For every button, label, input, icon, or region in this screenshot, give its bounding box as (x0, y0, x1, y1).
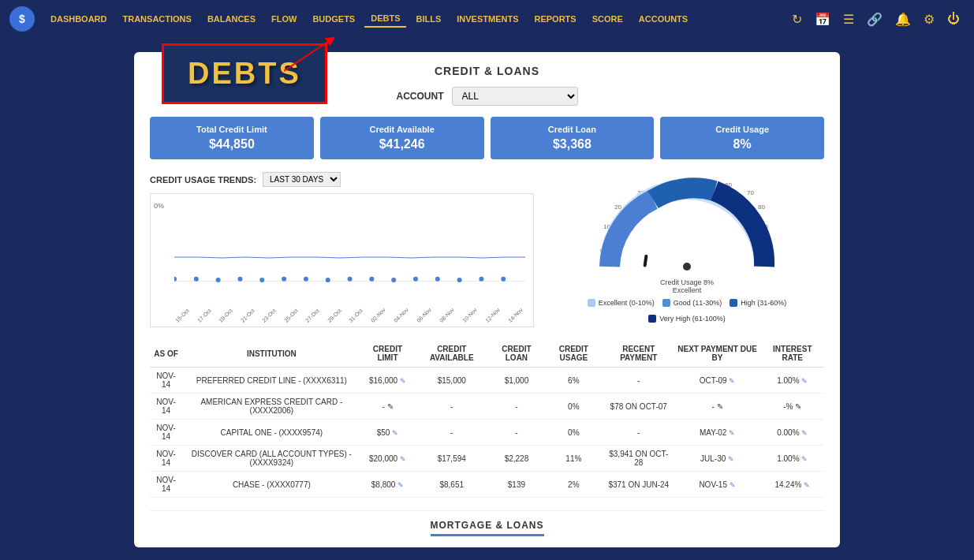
refresh-icon[interactable]: ↻ (787, 9, 807, 30)
cell-4-8: 14.24% ✎ (761, 472, 824, 498)
table-row: NOV-14CHASE - (XXXX0777)$8,800 ✎$8,651$1… (150, 472, 824, 498)
cell-0-4: $1,000 (489, 368, 544, 394)
card-title-2: Credit Loan (497, 125, 648, 134)
cell-4-6: $371 ON JUN-24 (603, 472, 674, 498)
svg-point-19 (683, 263, 691, 271)
nav-debts[interactable]: DEBTS (364, 10, 406, 28)
interest-rate-link[interactable]: ✎ (801, 455, 808, 463)
legend-dot-high (730, 299, 737, 307)
svg-point-5 (237, 277, 242, 282)
next-payment-link[interactable]: ✎ (730, 481, 736, 489)
svg-point-11 (369, 277, 374, 282)
cell-1-1: AMERICAN EXPRESS CREDIT CARD - (XXXX2006… (182, 394, 360, 420)
interest-rate-link[interactable]: ✎ (801, 429, 808, 437)
svg-point-13 (413, 277, 418, 282)
date-2: 19-Oct (218, 308, 233, 323)
legend-dot-excellent (588, 299, 595, 307)
legend-dot-good (662, 299, 670, 307)
credit-limit-link[interactable]: ✎ (392, 429, 398, 437)
cell-2-5: 0% (544, 420, 603, 446)
credit-limit-link[interactable]: ✎ (400, 377, 406, 385)
date-4: 23-Oct (261, 308, 277, 323)
bottom-tab[interactable]: MORTGAGE & LOANS (150, 510, 824, 532)
cell-4-1: CHASE - (XXXX0777) (182, 472, 360, 498)
nav-transactions[interactable]: TRANSACTIONS (117, 11, 198, 27)
cell-2-7: MAY-02 ✎ (674, 420, 761, 446)
list-icon[interactable]: ☰ (838, 9, 859, 30)
gauge-svg (592, 172, 782, 282)
nav-flow[interactable]: FLOW (265, 11, 303, 27)
nav-balances[interactable]: BALANCES (201, 11, 262, 27)
cell-3-4: $2,228 (489, 446, 544, 472)
legend-label-good: Good (11-30%) (674, 299, 722, 307)
cell-4-3: $8,651 (414, 472, 489, 498)
gear-icon[interactable]: ⚙ (919, 9, 939, 30)
svg-line-0 (284, 39, 331, 71)
legend-label-excellent: Excellent (0-10%) (599, 299, 655, 307)
interest-rate-link[interactable]: ✎ (804, 481, 810, 489)
col-header-next-payment: NEXT PAYMENT DUE BY (674, 340, 761, 368)
link-icon[interactable]: 🔗 (862, 9, 887, 30)
card-value-2: $3,368 (497, 137, 648, 151)
cell-0-2: $16,000 ✎ (361, 368, 415, 394)
next-payment-link[interactable]: ✎ (729, 429, 735, 437)
credit-table: AS OF INSTITUTION CREDIT LIMIT CREDIT AV… (150, 340, 824, 498)
account-select[interactable]: ALL (452, 87, 578, 106)
col-header-as-of: AS OF (150, 340, 182, 368)
date-13: 10-Nov (461, 307, 478, 323)
svg-point-8 (304, 277, 308, 282)
nav-score[interactable]: SCORE (586, 11, 629, 27)
cell-1-4: - (489, 394, 544, 420)
arrow-svg (284, 35, 347, 75)
trends-right: 0 10 20 30 40 50 60 70 80 90 100 (550, 172, 824, 327)
credit-limit-link[interactable]: ✎ (397, 481, 404, 489)
date-14: 12-Nov (484, 307, 501, 323)
nav-reports[interactable]: REPORTS (528, 11, 582, 27)
bell-icon[interactable]: 🔔 (890, 9, 916, 30)
calendar-icon[interactable]: 📅 (810, 9, 835, 30)
cell-2-6: - (603, 420, 674, 446)
svg-point-7 (282, 277, 286, 282)
cell-3-6: $3,941 ON OCT-28 (603, 446, 674, 472)
col-header-credit-loan: CREDIT LOAN (489, 340, 544, 368)
power-icon[interactable]: ⏻ (942, 9, 965, 29)
col-header-institution: INSTITUTION (182, 340, 360, 368)
cell-3-5: 11% (544, 446, 603, 472)
legend-label-high: High (31-60%) (741, 299, 786, 307)
gauge-label: Credit Usage 8% Excellent (592, 278, 782, 294)
cell-0-7: OCT-09 ✎ (674, 368, 761, 394)
cell-1-0: NOV-14 (150, 394, 182, 420)
nav-budgets[interactable]: BUDGETS (306, 11, 361, 27)
table-row: NOV-14CAPITAL ONE - (XXXX9574)$50 ✎--0%-… (150, 420, 824, 446)
legend-high: High (31-60%) (730, 299, 786, 307)
svg-point-12 (391, 278, 396, 282)
legend-good: Good (11-30%) (662, 299, 722, 307)
nav-bills[interactable]: BILLS (409, 11, 447, 27)
col-header-credit-available: CREDIT AVAILABLE (414, 340, 489, 368)
nav-dashboard[interactable]: DASHBOARD (44, 11, 114, 27)
cell-1-3: - (414, 394, 489, 420)
trends-label: CREDIT USAGE TRENDS: (150, 175, 256, 185)
cell-1-5: 0% (544, 394, 603, 420)
legend-dot-very-high (648, 315, 656, 323)
card-credit-loan: Credit Loan $3,368 (491, 117, 655, 159)
next-payment-link[interactable]: ✎ (729, 377, 735, 385)
nav-investments[interactable]: INVESTMENTS (450, 11, 524, 27)
mortgage-loans-tab[interactable]: MORTGAGE & LOANS (431, 520, 544, 536)
cell-0-5: 6% (544, 368, 603, 394)
nav-accounts[interactable]: ACCOUNTS (633, 11, 694, 27)
next-payment-link[interactable]: ✎ (728, 455, 734, 463)
svg-point-15 (457, 278, 462, 282)
cell-4-2: $8,800 ✎ (361, 472, 415, 498)
account-label: ACCOUNT (397, 91, 444, 102)
cell-3-3: $17,594 (414, 446, 489, 472)
card-credit-usage: Credit Usage 8% (660, 117, 824, 159)
cell-0-0: NOV-14 (150, 368, 182, 394)
interest-rate-link[interactable]: ✎ (801, 377, 808, 385)
legend-row: Excellent (0-10%) Good (11-30%) High (31… (550, 299, 824, 323)
chart-dates: 15-Oct 17-Oct 19-Oct 21-Oct 23-Oct 25-Oc… (174, 319, 525, 325)
credit-limit-link[interactable]: ✎ (400, 455, 406, 463)
cell-4-5: 2% (544, 472, 603, 498)
cell-3-2: $20,000 ✎ (361, 446, 415, 472)
trends-period-select[interactable]: LAST 30 DAYS LAST 60 DAYS LAST 90 DAYS (263, 172, 341, 187)
